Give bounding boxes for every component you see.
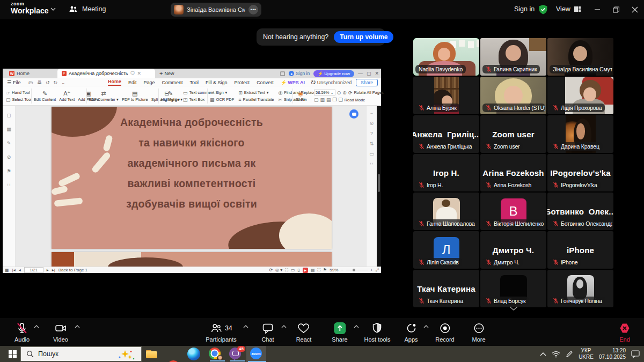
wps-menu-wps-ai[interactable]: ⚡ WPS AI: [281, 80, 305, 85]
wps-menu-comment[interactable]: Comment: [162, 80, 183, 85]
language-indicator[interactable]: УКРUKRE: [579, 348, 594, 361]
wps-file-menu[interactable]: ☰File: [7, 78, 21, 86]
last-page-icon[interactable]: ▸|: [52, 268, 55, 272]
participant-tile[interactable]: Arina FozekoshArina Fozekosh: [480, 154, 546, 191]
participants-options-chevron[interactable]: [243, 325, 248, 328]
participant-tile[interactable]: Ганна Шаповалова: [413, 193, 479, 230]
participant-tile[interactable]: ЛЛілія Скасків: [413, 231, 479, 269]
layout-icon[interactable]: ▭: [291, 268, 295, 272]
wps-home-tab[interactable]: WHome: [5, 69, 56, 78]
wps-restore-icon[interactable]: ▢: [367, 71, 371, 76]
video-button[interactable]: Video: [53, 322, 68, 343]
participant-tile[interactable]: Ботвинко Олек...Ботвинко Олександр ...: [547, 193, 613, 230]
audio-button[interactable]: Audio: [14, 322, 30, 343]
participant-tile[interactable]: Oksana Hordei (STU): [480, 77, 546, 114]
start-button[interactable]: [4, 346, 20, 362]
rail-icon-4[interactable]: ▭: [369, 151, 374, 157]
participant-tile[interactable]: Галина Скрипник: [480, 38, 546, 76]
rail-icon-0[interactable]: −: [370, 110, 373, 116]
wps-right-rail[interactable]: −⊙?⇅▭∷: [366, 106, 377, 267]
rail-icon-1[interactable]: ⊙: [370, 121, 374, 126]
participant-tile[interactable]: Nadiia Davydenko: [413, 38, 479, 76]
participant-tile[interactable]: iPhoneiPhone: [547, 231, 613, 269]
wifi-icon[interactable]: [552, 351, 560, 358]
edge-icon[interactable]: [187, 348, 200, 360]
play-slideshow-icon[interactable]: ▶: [303, 268, 308, 273]
wps-ai-assistant-icon[interactable]: [349, 109, 358, 119]
grid-more-chevron-icon[interactable]: [509, 306, 518, 311]
layout3-icon[interactable]: ▤: [311, 268, 315, 272]
participants-button[interactable]: 34 Participants: [206, 322, 236, 343]
wps-menu-edit[interactable]: Edit: [128, 80, 137, 85]
end-button[interactable]: End: [618, 322, 631, 343]
sidebar-toggle-icon[interactable]: ▦: [5, 268, 9, 272]
tab-meeting[interactable]: Meeting: [69, 5, 106, 13]
tab-screen-share[interactable]: Зінаїда Василівна Смутчак's scr •••: [171, 3, 261, 17]
sync-status[interactable]: 🗘 Unsynchronized: [311, 80, 352, 85]
participant-tile[interactable]: Аліна Буряк: [413, 77, 479, 114]
wps-menu-tool[interactable]: Tool: [190, 80, 199, 85]
window-icon[interactable]: [280, 71, 285, 76]
wps-menu-page[interactable]: Page: [144, 80, 155, 85]
wps-menu-fill-sign[interactable]: Fill & Sign: [206, 80, 228, 85]
participant-tile[interactable]: Irop H.Irop H.: [413, 154, 479, 191]
viber-icon[interactable]: 45: [229, 348, 242, 360]
next-page-icon[interactable]: ▸: [47, 268, 49, 272]
wps-left-sidebar[interactable]: ◻▦✎⊘⚑∷: [3, 106, 16, 267]
host-tools-button[interactable]: Host tools: [364, 322, 391, 343]
doc-close-icon[interactable]: ✕: [137, 71, 141, 76]
layout4-icon[interactable]: ⛶: [317, 268, 320, 273]
wps-sign-in[interactable]: ●Sign in: [289, 71, 310, 76]
chat-options-chevron[interactable]: [281, 325, 287, 328]
minimize-button[interactable]: [588, 0, 606, 19]
security-shield-icon[interactable]: [538, 4, 548, 15]
wps-menu-convert[interactable]: Convert: [257, 80, 274, 85]
record-button[interactable]: Record: [435, 322, 454, 343]
chrome-profile-icon[interactable]: [209, 348, 222, 360]
zoom-slider[interactable]: [346, 270, 368, 270]
sidebar-icon-1[interactable]: ▦: [6, 127, 11, 132]
close-button[interactable]: [626, 0, 644, 19]
sidebar-icon-3[interactable]: ⊘: [7, 154, 11, 160]
prev-page-icon[interactable]: ◂: [19, 268, 21, 272]
wps-document-tab[interactable]: PАкадемічна доброчесність🗨✕: [57, 69, 155, 78]
tool-hand-select[interactable]: ☞Hand Tool ▢Select Tool: [6, 87, 32, 105]
apps-button[interactable]: Apps: [404, 322, 418, 343]
wps-menu-protect[interactable]: Protect: [235, 80, 250, 85]
back-to-page-link[interactable]: Back to Page 1: [58, 268, 87, 272]
rail-icon-3[interactable]: ⇅: [370, 141, 374, 146]
zoom-app-icon[interactable]: zoom: [250, 348, 263, 360]
file-explorer-icon[interactable]: [145, 348, 158, 360]
fullscreen-icon[interactable]: ⤢: [376, 268, 379, 273]
sidebar-icon-0[interactable]: ◻: [7, 113, 11, 118]
audio-options-chevron[interactable]: [34, 325, 39, 328]
participant-tile[interactable]: Дмитро Ч.Дмитро Ч.: [480, 231, 546, 269]
sidebar-icon-2[interactable]: ✎: [7, 141, 11, 146]
sign-in-link[interactable]: Sign in: [514, 5, 535, 13]
share-button[interactable]: Share: [332, 322, 347, 343]
zoom-level[interactable]: 59%: [330, 268, 338, 272]
tray-expand-icon[interactable]: [540, 352, 546, 356]
wps-quick-icons[interactable]: 🗁🖶↺↻⌄: [28, 78, 65, 86]
participant-tile[interactable]: IPogorelov's'kaIPogorelov's'ka: [547, 154, 613, 191]
wps-close-icon[interactable]: ✕: [375, 71, 379, 76]
clock[interactable]: 13:2007.10.2025: [599, 348, 626, 361]
participant-tile[interactable]: Дарина Кравец: [547, 115, 613, 153]
pen-icon[interactable]: [566, 350, 573, 358]
upgrade-button[interactable]: ⚡ Upgrade now: [313, 70, 354, 77]
layout2-icon[interactable]: ▯: [297, 268, 299, 272]
apps-options-chevron[interactable]: [423, 325, 429, 328]
chevron-down-icon[interactable]: [50, 8, 56, 11]
turn-up-volume-button[interactable]: Turn up volume: [334, 31, 393, 43]
participant-tile[interactable]: Лідія Прохорова: [547, 77, 613, 114]
fit-icon[interactable]: ⛶: [285, 268, 288, 273]
video-options-chevron[interactable]: [75, 325, 80, 328]
search-input[interactable]: Пошук: [20, 346, 142, 361]
tool-comment-group[interactable]: ✎Highlight ▾ ▭Text comment◰Text Box: [161, 87, 214, 105]
participant-tile[interactable]: Ткач КатеринаТкач Катерина: [413, 270, 479, 307]
view-mode-icon[interactable]: ◎ ▾: [275, 268, 282, 272]
wps-menu-home[interactable]: Home: [108, 79, 121, 86]
rotate-icon[interactable]: ⟳: [269, 268, 273, 272]
wps-share-button[interactable]: Share: [356, 79, 378, 86]
more-options-icon[interactable]: •••: [248, 5, 258, 14]
